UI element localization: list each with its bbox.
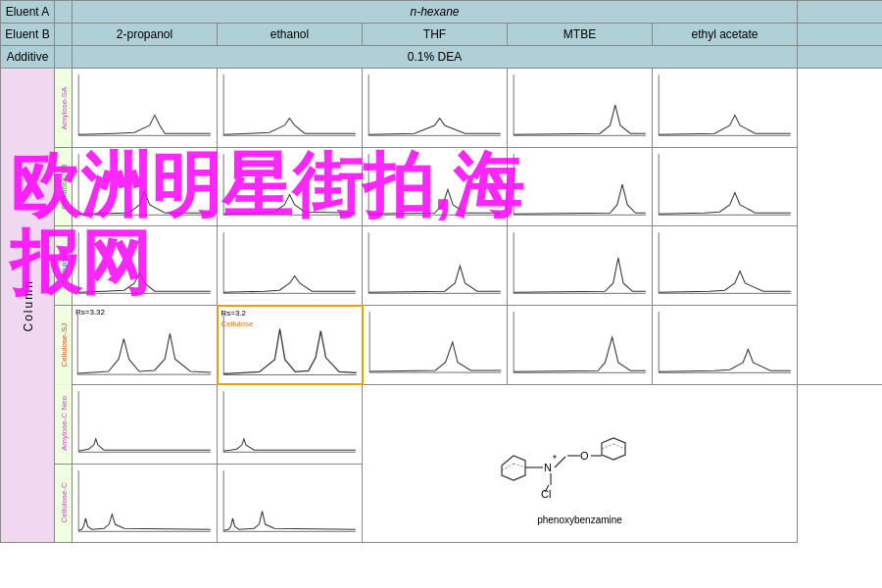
column-label: Column [1,69,55,543]
chart-cell [73,69,218,148]
additive-value: 0.1% DEA [73,46,798,69]
table-row: Cellulosic [1,226,883,306]
cellulose-label: Cellulose [221,319,254,328]
chart-cell [363,69,508,148]
eluent-b-col5: ethyl acetate [653,24,798,46]
svg-rect-39 [509,227,651,301]
main-layout: Eluent A n-hexane Eluent B 2-propanol et… [0,0,882,543]
chart-svg [219,70,361,143]
compound-name-label: phenoxybenzamine [370,514,789,525]
chart-svg [509,70,651,143]
svg-rect-54 [509,307,651,380]
chart-cell [363,306,508,385]
chart-cell [653,69,798,148]
svg-rect-63 [219,386,361,460]
eluent-b-col3: THF [363,24,508,46]
row-label-cellulosic: Cellulosic [55,226,73,306]
chart-svg [74,70,216,143]
svg-rect-51 [365,307,506,379]
svg-rect-6 [364,70,506,143]
chart-cell [363,147,508,226]
svg-text:*: * [553,454,557,465]
table-row: Cellulose-SJ Rs=3.32 Rs=3.2 Cellulose [1,306,883,385]
chart-cell [73,147,218,226]
row-label-cellulose-sb: Cellulose-SB [55,147,73,226]
svg-rect-21 [364,149,506,222]
svg-rect-0 [74,70,216,143]
svg-rect-87 [219,466,361,539]
additive-label: Additive [1,46,55,69]
chart-cell [653,226,798,306]
eluent-b-col4: MTBE [508,24,653,46]
chart-cell [73,226,218,306]
svg-rect-18 [219,149,361,222]
structure-cell: N * O Cl [363,384,798,543]
svg-marker-74 [602,438,625,460]
table-row: Cellulose-SB [1,147,883,226]
svg-rect-30 [74,227,216,301]
chart-cell [218,464,363,543]
svg-rect-9 [509,70,651,143]
eluent-a-row: Eluent A n-hexane [1,1,883,24]
svg-line-81 [602,444,613,449]
svg-rect-33 [219,227,361,301]
chart-svg [364,70,506,143]
chart-cell [508,69,653,148]
chart-cell [218,69,363,148]
row-label-cellulose-c: Cellulose-C [55,464,73,543]
svg-rect-60 [74,386,216,460]
chart-cell [508,147,653,226]
row-label-amylose-c-neo: Amylose-C Neo [55,384,73,464]
svg-rect-84 [74,466,216,539]
chart-cell [508,226,653,306]
chart-svg [654,70,796,143]
svg-line-79 [514,464,525,467]
svg-line-82 [613,444,625,449]
rs2-label: Rs=3.2 [221,309,247,318]
svg-rect-57 [654,307,796,380]
table-row: Column Amylose-SA [1,69,883,148]
eluent-b-col2: ethanol [218,24,363,46]
chart-cell: Rs=3.32 [73,306,218,385]
additive-row: Additive 0.1% DEA [1,46,883,69]
eluent-b-row: Eluent B 2-propanol ethanol THF MTBE eth… [1,24,883,46]
chart-cell [73,464,218,543]
svg-rect-36 [364,227,506,301]
svg-rect-15 [74,149,216,222]
row-label-amylose-sa: Amylose-SA [55,69,73,148]
svg-marker-66 [502,456,525,480]
svg-rect-42 [654,227,796,301]
eluent-a-label: Eluent A [1,1,55,24]
table-row: Amylose-C Neo N * [1,384,883,464]
eluent-b-col1: 2-propanol [73,24,218,46]
svg-text:N: N [544,462,552,473]
chart-cell [218,226,363,306]
svg-rect-12 [654,70,796,143]
chart-cell [653,306,798,385]
chemical-structure: N * O Cl [482,402,678,510]
chart-cell [508,306,653,385]
row-label-cellulose-sj: Cellulose-SJ [55,306,73,385]
empty-bottom-right [798,69,882,385]
highlighted-chart-cell: Rs=3.2 Cellulose [218,306,363,385]
chart-cell [218,384,363,464]
svg-rect-3 [219,70,361,143]
eluent-a-value: n-hexane [73,1,798,24]
rs-label: Rs=3.32 [75,308,105,317]
chart-cell [363,226,508,306]
svg-rect-27 [654,149,796,222]
eluent-b-label: Eluent B [1,24,55,46]
chart-cell [73,384,218,464]
svg-text:O: O [580,450,589,462]
chart-cell [218,147,363,226]
chart-cell [653,147,798,226]
svg-rect-24 [509,149,651,222]
